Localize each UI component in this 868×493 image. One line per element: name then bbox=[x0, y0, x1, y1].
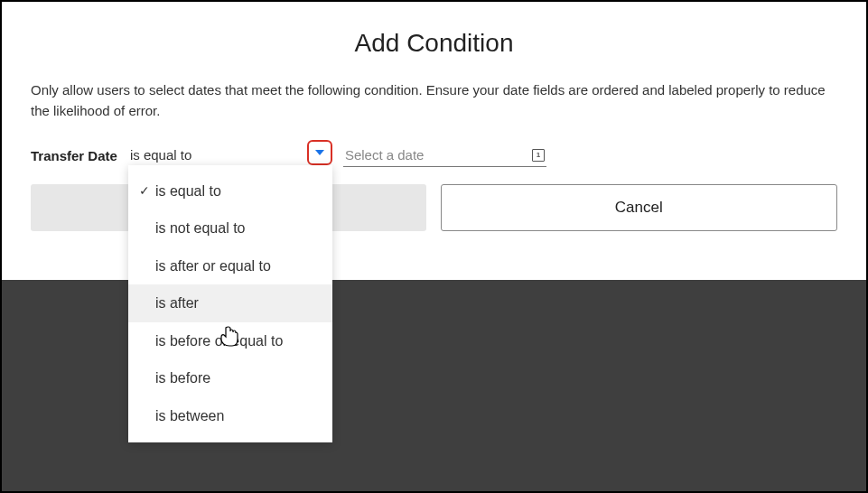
operator-option[interactable]: is before or equal to bbox=[128, 322, 332, 360]
operator-option[interactable]: is before bbox=[128, 359, 332, 397]
operator-option-label: is not equal to bbox=[155, 219, 323, 238]
operator-option-label: is before bbox=[155, 368, 323, 388]
modal-container: Add Condition Only allow users to select… bbox=[2, 2, 866, 231]
operator-option-label: is after or equal to bbox=[155, 256, 323, 276]
cancel-button[interactable]: Cancel bbox=[441, 184, 838, 231]
operator-option[interactable]: is not equal to bbox=[128, 209, 332, 247]
operator-option-label: is between bbox=[155, 406, 323, 426]
operator-option[interactable]: is after or equal to bbox=[128, 247, 332, 285]
operator-display[interactable]: is equal to bbox=[128, 144, 332, 168]
modal-title: Add Condition bbox=[31, 29, 837, 58]
operator-option-label: is before or equal to bbox=[155, 331, 323, 351]
operator-option[interactable]: ✓is equal to bbox=[128, 172, 332, 210]
operator-option-label: is after bbox=[155, 293, 323, 313]
condition-row: Transfer Date is equal to ✓is equal tois… bbox=[31, 144, 837, 168]
operator-option[interactable]: is after bbox=[128, 284, 332, 322]
calendar-icon[interactable]: 1 bbox=[532, 149, 545, 162]
field-label: Transfer Date bbox=[31, 148, 117, 163]
operator-option[interactable]: is between bbox=[128, 397, 332, 435]
date-input[interactable]: Select a date 1 bbox=[343, 144, 546, 167]
operator-selected-text: is equal to bbox=[130, 147, 191, 163]
date-placeholder: Select a date bbox=[345, 147, 532, 163]
operator-dropdown: ✓is equal tois not equal tois after or e… bbox=[128, 165, 332, 442]
operator-option-label: is equal to bbox=[155, 181, 323, 201]
operator-select[interactable]: is equal to ✓is equal tois not equal toi… bbox=[128, 144, 332, 168]
modal-description: Only allow users to select dates that me… bbox=[31, 79, 837, 122]
check-icon: ✓ bbox=[139, 182, 155, 200]
